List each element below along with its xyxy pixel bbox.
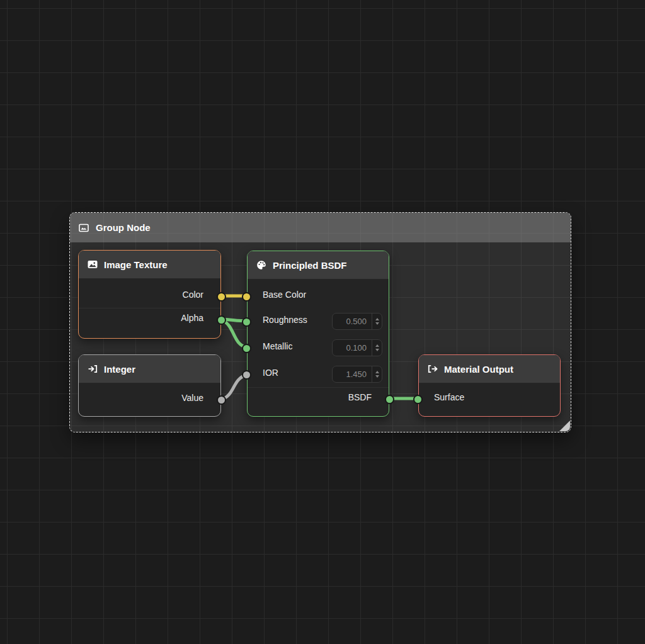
socket-input-roughness[interactable]: [242, 317, 251, 327]
stepper-down-icon[interactable]: [375, 349, 379, 351]
socket-input-surface[interactable]: [413, 395, 423, 404]
output-icon: [427, 363, 438, 375]
node-material-output[interactable]: Material Output Surface: [418, 354, 561, 417]
group-node-title: Group Node: [96, 222, 151, 233]
output-label-alpha: Alpha: [181, 313, 203, 323]
stepper-down-icon[interactable]: [375, 322, 379, 325]
node-image-texture-header[interactable]: Image Texture: [79, 251, 220, 279]
output-label-value: Value: [181, 393, 203, 403]
metallic-value: 0.100: [333, 340, 372, 356]
input-label-base-color: Base Color: [263, 290, 306, 300]
row-divider: [79, 308, 220, 308]
socket-output-bsdf[interactable]: [385, 395, 394, 404]
node-principled-bsdf-title: Principled BSDF: [273, 260, 347, 271]
stepper-up-icon[interactable]: [375, 318, 379, 320]
input-label-metallic: Metallic: [263, 341, 292, 351]
socket-output-color[interactable]: [217, 292, 226, 302]
image-icon: [87, 259, 98, 270]
node-principled-bsdf[interactable]: Principled BSDF Base Color Roughness 0.5…: [247, 251, 389, 417]
node-principled-bsdf-header[interactable]: Principled BSDF: [248, 251, 389, 280]
stepper-up-icon[interactable]: [375, 371, 379, 373]
input-label-surface: Surface: [434, 392, 464, 402]
output-label-bsdf: BSDF: [348, 392, 372, 402]
node-group-icon: [78, 222, 89, 234]
node-image-texture[interactable]: Image Texture Color Alpha: [78, 250, 221, 339]
socket-input-base-color[interactable]: [242, 292, 251, 302]
node-material-output-header[interactable]: Material Output: [419, 355, 560, 383]
roughness-value: 0.500: [333, 314, 372, 329]
node-integer-header[interactable]: Integer: [79, 355, 220, 383]
group-node-header[interactable]: Group Node: [70, 213, 571, 242]
roughness-value-field[interactable]: 0.500: [332, 313, 382, 330]
node-image-texture-title: Image Texture: [104, 259, 168, 270]
ior-value: 1.450: [333, 366, 372, 382]
metallic-value-field[interactable]: 0.100: [332, 339, 382, 356]
node-integer-title: Integer: [104, 364, 135, 375]
node-material-output-title: Material Output: [444, 364, 513, 375]
roughness-stepper[interactable]: [372, 314, 382, 329]
node-editor-canvas[interactable]: Group Node Image Texture Color Alpha Int…: [0, 0, 645, 644]
socket-output-value[interactable]: [217, 395, 226, 405]
group-resize-grip[interactable]: [559, 421, 570, 431]
integer-input-icon: [87, 363, 98, 375]
socket-input-ior[interactable]: [242, 370, 251, 380]
stepper-up-icon[interactable]: [375, 344, 379, 347]
row-divider: [248, 387, 389, 388]
node-integer[interactable]: Integer Value: [78, 354, 221, 417]
socket-input-metallic[interactable]: [242, 344, 251, 353]
ior-stepper[interactable]: [372, 366, 382, 382]
palette-icon: [256, 259, 267, 271]
metallic-stepper[interactable]: [372, 340, 382, 356]
input-label-roughness: Roughness: [263, 315, 307, 325]
socket-output-alpha[interactable]: [217, 315, 226, 325]
stepper-down-icon[interactable]: [375, 375, 379, 378]
ior-value-field[interactable]: 1.450: [332, 366, 382, 383]
output-label-color: Color: [183, 290, 203, 300]
input-label-ior: IOR: [263, 368, 278, 378]
